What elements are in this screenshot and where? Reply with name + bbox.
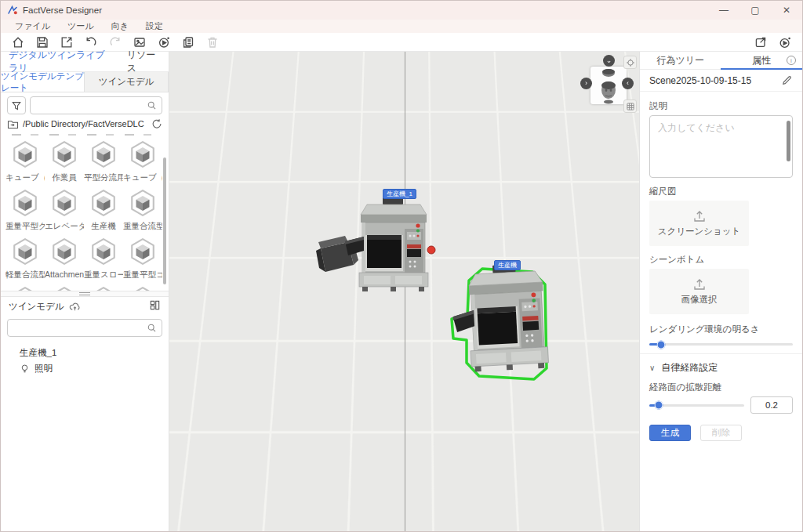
menu-item[interactable]: ファイル: [15, 20, 50, 32]
tab-resources[interactable]: リソース: [119, 49, 169, 75]
library-item[interactable]: Attachment: [45, 234, 84, 283]
cube-icon: [50, 286, 78, 291]
viewport-3d[interactable]: 生産機_1 生産機 ⌄ › ‹: [169, 52, 639, 531]
cube-icon: [129, 189, 157, 219]
machine-1-object[interactable]: [345, 197, 428, 291]
library-scrollbar[interactable]: [163, 157, 166, 284]
screenshot-button-label: スクリーンショット: [658, 226, 741, 237]
generate-button[interactable]: 生成: [649, 425, 691, 441]
library-item-label: 作業員: [52, 172, 77, 183]
library-item[interactable]: 重量平型コ…: [123, 234, 162, 283]
edit-icon[interactable]: [781, 74, 793, 86]
tree-item[interactable]: 照明: [1, 360, 169, 376]
diffusion-value-input[interactable]: [750, 396, 793, 414]
rotate-right-button[interactable]: ‹: [622, 78, 634, 89]
screenshot-button[interactable]: スクリーンショット: [649, 201, 749, 246]
template-tabs: ツインモデルテンプレート ツインモデル: [1, 72, 169, 92]
left-panel: デジタルツインライブラリ リソース ツインモデルテンプレート ツインモデル /P…: [1, 52, 169, 531]
info-icon[interactable]: i: [787, 56, 796, 65]
directory-path-row: /Public Directory/FactVerseDLC: [1, 117, 169, 130]
snapshot-icon[interactable]: [132, 34, 147, 50]
library-item-label: 重量合流型…: [123, 221, 162, 232]
share-icon[interactable]: [753, 34, 768, 50]
run-icon[interactable]: [777, 34, 793, 50]
machine-2-object[interactable]: [450, 262, 549, 379]
cube-icon: [89, 286, 118, 291]
library-item[interactable]: 重量平型ク…: [5, 186, 45, 234]
library-item[interactable]: 作業員: [45, 137, 84, 186]
scene-name-row: Scene2025-10-09-15-15: [640, 70, 802, 92]
waypoint-dot[interactable]: [427, 246, 435, 254]
library-item-clipped[interactable]: [5, 283, 45, 291]
library-item[interactable]: エレベーター: [45, 186, 84, 234]
menu-item[interactable]: 向き: [111, 20, 129, 32]
machine-2-badge[interactable]: 生産機: [494, 260, 521, 270]
path-settings-header[interactable]: ∨ 自律経路設定: [649, 354, 793, 378]
window-controls: — ▢ ✕: [708, 1, 802, 20]
description-textarea[interactable]: [650, 116, 792, 177]
cube-icon: [129, 286, 157, 291]
trash-icon[interactable]: [205, 34, 220, 50]
rotate-left-button[interactable]: ›: [580, 78, 592, 89]
model-search-input[interactable]: [13, 324, 147, 333]
redo-icon[interactable]: [107, 34, 123, 50]
textarea-scrollbar[interactable]: [787, 121, 790, 161]
library-search-input[interactable]: [35, 101, 147, 110]
library-item-clipped[interactable]: [84, 283, 123, 291]
tab-twin-model-template[interactable]: ツインモデルテンプレート: [1, 72, 85, 92]
cube-icon: [89, 189, 118, 219]
panel-divider[interactable]: [1, 291, 169, 297]
scene-objects: [169, 52, 639, 531]
library-item[interactable]: 生産機: [84, 186, 123, 234]
library-item[interactable]: 重量合流型…: [123, 186, 162, 234]
copy-icon[interactable]: [180, 34, 196, 50]
view-cube[interactable]: [590, 67, 627, 104]
library-item-clipped[interactable]: [123, 283, 162, 291]
cloud-upload-icon[interactable]: [69, 301, 81, 313]
menu-item[interactable]: ツール: [67, 20, 94, 32]
filter-button[interactable]: [7, 96, 26, 114]
layout-toggle[interactable]: [149, 299, 161, 313]
library-item[interactable]: 軽量合流型…: [5, 234, 45, 283]
upload-icon: [692, 210, 707, 223]
rotate-up-button[interactable]: ⌄: [603, 55, 615, 67]
diffusion-row: [649, 396, 793, 414]
brightness-slider[interactable]: [649, 343, 793, 346]
diffusion-slider[interactable]: [649, 404, 744, 407]
save-icon[interactable]: [35, 34, 50, 50]
path-buttons: 生成 削除: [649, 425, 793, 441]
home-icon[interactable]: [10, 34, 26, 50]
library-item[interactable]: 平型分流用…: [84, 137, 123, 186]
machine-1-badge[interactable]: 生産機_1: [383, 189, 416, 199]
refresh-icon[interactable]: [151, 118, 162, 129]
tab-behavior-tree[interactable]: 行為ツリー: [640, 52, 721, 69]
tab-twin-model[interactable]: ツインモデル: [85, 72, 169, 92]
tree-item[interactable]: 生産機_1: [1, 345, 169, 360]
menu-item[interactable]: 設定: [146, 20, 163, 32]
viewport-grid-button[interactable]: [623, 100, 637, 113]
close-button[interactable]: ✕: [771, 1, 802, 20]
library-grid: キューブ（… 作業員 平型分流用… キューブ（… 重量平型ク…: [1, 136, 169, 291]
scene-bottom-label: シーンボトム: [649, 254, 793, 266]
image-select-button[interactable]: 画像選択: [649, 269, 749, 314]
maximize-button[interactable]: ▢: [739, 1, 771, 20]
slider-handle[interactable]: [655, 401, 663, 410]
library-item[interactable]: キューブ（…: [123, 137, 162, 186]
orbit-icon[interactable]: [156, 34, 172, 50]
library-item[interactable]: キューブ（…: [5, 137, 45, 186]
slider-handle[interactable]: [656, 340, 665, 349]
undo-icon[interactable]: [83, 34, 99, 50]
directory-path[interactable]: /Public Directory/FactVerseDLC: [23, 119, 147, 128]
library-search-row: [1, 92, 169, 117]
cube-icon: [89, 237, 118, 268]
library-item-clipped[interactable]: [45, 283, 84, 291]
minimize-button[interactable]: —: [708, 1, 739, 20]
title-bar: FactVerse Designer — ▢ ✕: [1, 1, 802, 20]
save-as-icon[interactable]: [59, 34, 74, 50]
viewport-settings-button[interactable]: [623, 56, 637, 69]
library-item[interactable]: 重量スロー…: [84, 234, 123, 283]
description-label: 説明: [649, 100, 793, 112]
property-tabs: 行為ツリー 属性 i: [640, 52, 802, 70]
delete-button[interactable]: 削除: [700, 425, 742, 441]
cube-icon: [11, 189, 39, 219]
